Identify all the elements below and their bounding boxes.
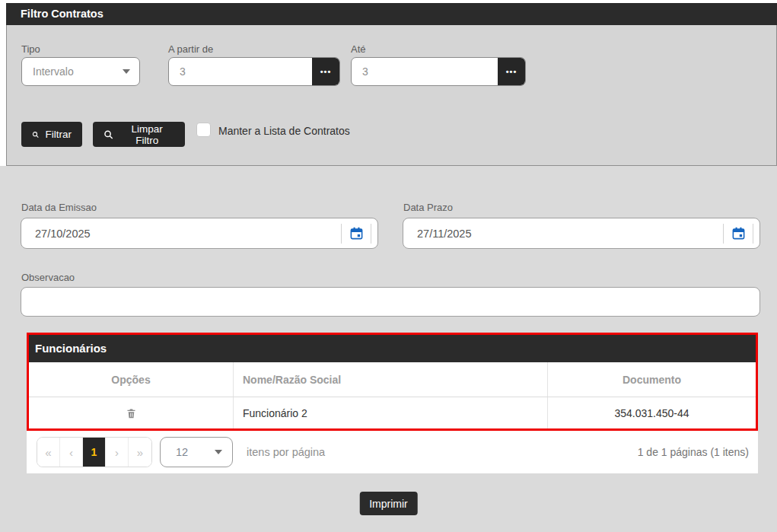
data-emissao-calendar-button[interactable]	[342, 218, 371, 248]
funcionarios-panel: Funcionários Opções Nome/Razão Social Do…	[27, 333, 758, 431]
content-section: Data da Emissao Data Prazo	[0, 166, 777, 532]
imprimir-button[interactable]: Imprimir	[359, 492, 418, 515]
ate-input[interactable]	[352, 58, 498, 85]
filtrar-button[interactable]: Filtrar	[21, 122, 82, 147]
row-documento-cell: 354.031.450-44	[548, 397, 756, 428]
data-prazo-calendar-button[interactable]	[724, 218, 753, 248]
page-size-value: 12	[176, 446, 188, 458]
data-prazo-field	[403, 218, 760, 249]
row-nome-cell: Funcionário 2	[234, 397, 548, 428]
filter-panel: Filtro Contratos Tipo Intervalo A partir…	[6, 3, 777, 166]
ate-picker-button[interactable]: •••	[498, 58, 525, 85]
delete-row-button[interactable]	[126, 407, 137, 419]
table-header-row: Opções Nome/Razão Social Documento	[29, 362, 756, 397]
data-emissao-field	[21, 218, 378, 249]
search-icon	[32, 129, 40, 140]
a-partir-de-input[interactable]	[169, 58, 312, 85]
filtrar-button-label: Filtrar	[46, 129, 72, 140]
table-row: Funcionário 2 354.031.450-44	[29, 397, 756, 428]
trash-icon	[126, 407, 137, 419]
ellipsis-icon: •••	[320, 67, 332, 76]
search-icon	[103, 129, 113, 140]
ate-label: Até	[351, 43, 366, 55]
pager-prev-button[interactable]: ‹	[60, 438, 83, 467]
tipo-select-value: Intervalo	[33, 65, 74, 78]
pager: « ‹ 1 › »	[37, 437, 152, 467]
pager-next-button[interactable]: ›	[106, 438, 129, 467]
items-per-page-label: itens por página	[247, 446, 325, 458]
limpar-filtro-button-label: Limpar Filtro	[119, 123, 174, 146]
a-partir-de-group: •••	[168, 57, 340, 86]
pagination-summary: 1 de 1 páginas (1 itens)	[638, 446, 749, 458]
calendar-icon	[349, 226, 364, 241]
limpar-filtro-button[interactable]: Limpar Filtro	[93, 122, 185, 147]
data-prazo-label: Data Prazo	[403, 202, 453, 213]
tipo-select[interactable]: Intervalo	[21, 57, 140, 86]
funcionarios-panel-title: Funcionários	[29, 335, 756, 362]
calendar-icon	[731, 226, 746, 241]
pager-last-button[interactable]: »	[129, 438, 151, 467]
manter-lista-checkbox[interactable]	[196, 123, 211, 137]
row-options-cell	[29, 397, 234, 428]
tipo-label: Tipo	[21, 43, 40, 55]
pagination-bar: « ‹ 1 › » 12 itens por página 1 de 1 pág…	[27, 431, 758, 473]
page-size-select[interactable]: 12	[160, 437, 233, 467]
chevron-down-icon	[123, 69, 130, 74]
manter-lista-checkbox-label: Manter a Lista de Contratos	[218, 125, 350, 137]
column-header-documento: Documento	[548, 362, 756, 397]
column-header-opcoes: Opções	[29, 362, 234, 397]
data-prazo-input[interactable]	[417, 228, 723, 240]
filter-panel-title: Filtro Contratos	[6, 3, 777, 25]
page: Filtro Contratos Tipo Intervalo A partir…	[0, 0, 777, 532]
observacao-input[interactable]	[21, 287, 760, 317]
column-header-nome-razao-social: Nome/Razão Social	[234, 362, 548, 397]
ellipsis-icon: •••	[506, 67, 517, 76]
divider	[371, 224, 371, 244]
ate-group: •••	[351, 57, 526, 86]
pager-page-1-button[interactable]: 1	[83, 438, 106, 467]
a-partir-de-picker-button[interactable]: •••	[312, 58, 339, 85]
observacao-label: Observacao	[21, 272, 75, 283]
funcionarios-table: Opções Nome/Razão Social Documento Funci…	[29, 362, 756, 428]
data-emissao-input[interactable]	[35, 228, 341, 240]
filter-panel-body: Tipo Intervalo A partir de ••• Até •••	[6, 25, 777, 166]
data-emissao-label: Data da Emissao	[21, 202, 97, 213]
a-partir-de-label: A partir de	[168, 43, 213, 55]
divider	[753, 224, 753, 244]
chevron-down-icon	[215, 450, 222, 454]
pager-first-button[interactable]: «	[37, 438, 60, 467]
